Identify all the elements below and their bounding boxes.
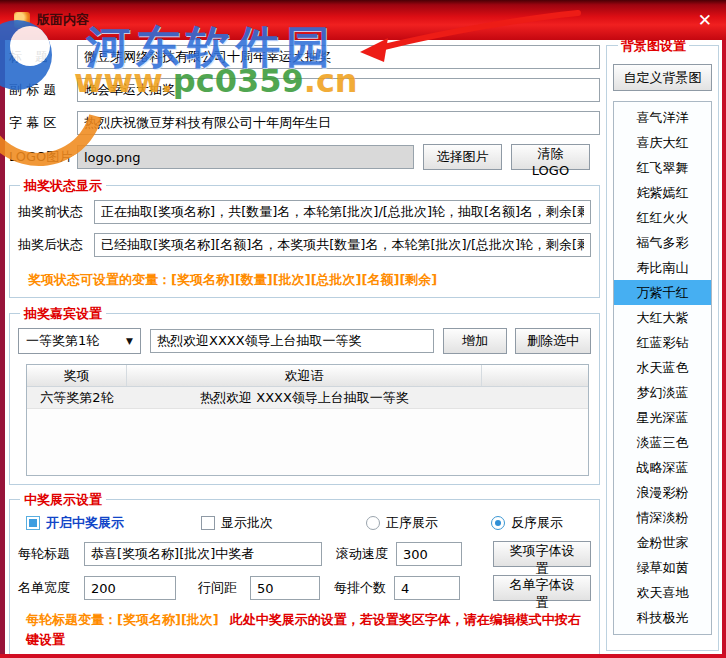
- subtitle-field-label: 副 标 题: [9, 81, 77, 99]
- checkbox-icon: [201, 516, 215, 530]
- before-status-input[interactable]: [94, 200, 591, 224]
- delete-selected-button[interactable]: 删除选中: [515, 328, 591, 354]
- welcome-message-input[interactable]: [150, 329, 434, 353]
- marquee-field-label: 字 幕 区: [9, 114, 77, 132]
- list-width-input[interactable]: [84, 576, 176, 600]
- status-group-title: 抽奖状态显示: [20, 177, 106, 195]
- bg-item[interactable]: 寿比南山: [614, 255, 711, 280]
- bg-item[interactable]: 星光深蓝: [614, 405, 711, 430]
- radio-icon: [366, 516, 380, 530]
- bg-item[interactable]: 战略深蓝: [614, 455, 711, 480]
- app-icon: [14, 12, 30, 28]
- descending-radio[interactable]: 反序展示: [491, 514, 563, 532]
- scroll-speed-label: 滚动速度: [336, 545, 396, 563]
- welcome-table[interactable]: 奖项 欢迎语 六等奖第2轮 热烈欢迎 XXXX领导上台抽取一等奖: [26, 364, 589, 476]
- bg-item[interactable]: 淡蓝三色: [614, 430, 711, 455]
- table-row[interactable]: 六等奖第2轮 热烈欢迎 XXXX领导上台抽取一等奖: [27, 387, 588, 409]
- enable-display-label: 开启中奖展示: [46, 514, 124, 532]
- round-select[interactable]: 一等奖第1轮 ▼: [18, 328, 141, 354]
- round-select-value: 一等奖第1轮: [26, 332, 99, 350]
- bg-item[interactable]: 欢天喜地: [614, 580, 711, 605]
- before-status-label: 抽奖前状态: [18, 203, 94, 221]
- bg-item[interactable]: 情深淡粉: [614, 505, 711, 530]
- checkbox-icon: [26, 516, 40, 530]
- line-spacing-label: 行间距: [198, 579, 250, 597]
- bg-item[interactable]: 红蓝彩钻: [614, 330, 711, 355]
- round-title-input[interactable]: [84, 542, 322, 566]
- enable-display-checkbox[interactable]: 开启中奖展示: [26, 514, 201, 532]
- per-row-input[interactable]: [394, 576, 460, 600]
- show-batch-checkbox[interactable]: 显示批次: [201, 514, 366, 532]
- display-group-title: 中奖展示设置: [20, 491, 106, 509]
- title-field-label: 标 题: [9, 48, 77, 66]
- after-status-label: 抽奖后状态: [18, 236, 94, 254]
- title-input[interactable]: [77, 45, 600, 69]
- prize-font-button[interactable]: 奖项字体设置: [493, 541, 591, 567]
- col-extra: [482, 365, 588, 386]
- background-panel: 背景图设置 自定义背景图 喜气洋洋 喜庆大红 红飞翠舞 姹紫嫣红 红红火火 福气…: [606, 45, 719, 651]
- bg-item[interactable]: 绿草如茵: [614, 555, 711, 580]
- round-title-variables-note: 每轮标题变量：[奖项名称][批次]: [26, 612, 219, 627]
- line-spacing-input[interactable]: [250, 576, 320, 600]
- bg-item[interactable]: 大红大紫: [614, 305, 711, 330]
- choose-image-button[interactable]: 选择图片: [423, 144, 502, 170]
- bg-item[interactable]: 浪漫彩粉: [614, 480, 711, 505]
- dialog-window: 版面内容 ✕ 标 题 副 标 题 字 幕 区 LOGO图片 选择图片 清除LOG…: [0, 0, 726, 658]
- status-group: 抽奖状态显示 抽奖前状态 抽奖后状态 奖项状态可设置的变量：[奖项名称][数量]…: [9, 185, 600, 298]
- window-border-right: [722, 40, 726, 658]
- after-status-input[interactable]: [94, 233, 591, 257]
- bg-item[interactable]: 金粉世家: [614, 530, 711, 555]
- welcome-table-header: 奖项 欢迎语: [27, 365, 588, 387]
- marquee-input[interactable]: [77, 111, 600, 135]
- bg-item[interactable]: 红飞翠舞: [614, 155, 711, 180]
- show-batch-label: 显示批次: [221, 514, 273, 532]
- radio-icon: [491, 516, 505, 530]
- row-prize: 六等奖第2轮: [27, 389, 127, 407]
- bg-item[interactable]: 姹紫嫣红: [614, 180, 711, 205]
- guest-group: 抽奖嘉宾设置 一等奖第1轮 ▼ 增加 删除选中 奖项 欢迎语 六等奖第2轮: [9, 313, 600, 485]
- window-border-bottom: [0, 654, 726, 658]
- col-prize: 奖项: [27, 365, 127, 386]
- display-group: 中奖展示设置 开启中奖展示 显示批次 正序展示 反序展示: [9, 499, 600, 656]
- clear-logo-button[interactable]: 清除LOGO: [511, 144, 590, 170]
- bg-item[interactable]: 科技极光: [614, 605, 711, 630]
- subtitle-input[interactable]: [77, 78, 600, 102]
- bg-item[interactable]: 福气多彩: [614, 230, 711, 255]
- list-font-button[interactable]: 名单字体设置: [493, 575, 591, 601]
- guest-group-title: 抽奖嘉宾设置: [20, 305, 106, 323]
- round-title-label: 每轮标题: [18, 545, 84, 563]
- per-row-label: 每排个数: [334, 579, 394, 597]
- window-title: 版面内容: [37, 11, 89, 29]
- background-list[interactable]: 喜气洋洋 喜庆大红 红飞翠舞 姹紫嫣红 红红火火 福气多彩 寿比南山 万紫千红 …: [613, 101, 712, 635]
- descending-label: 反序展示: [511, 514, 563, 532]
- add-button[interactable]: 增加: [443, 328, 507, 354]
- close-icon[interactable]: ✕: [698, 12, 712, 29]
- ascending-label: 正序展示: [386, 514, 438, 532]
- logo-field-label: LOGO图片: [9, 148, 77, 166]
- bg-item[interactable]: 喜庆大红: [614, 130, 711, 155]
- window-border-left: [0, 40, 5, 658]
- col-welcome: 欢迎语: [127, 365, 482, 386]
- main-panel: 标 题 副 标 题 字 幕 区 LOGO图片 选择图片 清除LOGO 抽奖状态显…: [9, 45, 600, 658]
- list-width-label: 名单宽度: [18, 579, 84, 597]
- bg-item[interactable]: 水天蓝色: [614, 355, 711, 380]
- bg-item[interactable]: 梦幻淡蓝: [614, 380, 711, 405]
- row-welcome: 热烈欢迎 XXXX领导上台抽取一等奖: [127, 389, 482, 407]
- status-variables-note: 奖项状态可设置的变量：[奖项名称][数量][批次][总批次][名额][剩余]: [28, 272, 437, 287]
- bg-item[interactable]: 喜气洋洋: [614, 105, 711, 130]
- ascending-radio[interactable]: 正序展示: [366, 514, 471, 532]
- scroll-speed-input[interactable]: [396, 542, 462, 566]
- title-bar: 版面内容 ✕: [0, 0, 726, 40]
- bg-item[interactable]: 红红火火: [614, 205, 711, 230]
- logo-path-input: [77, 145, 414, 169]
- custom-background-button[interactable]: 自定义背景图: [613, 64, 712, 91]
- bg-item-selected[interactable]: 万紫千红: [614, 280, 711, 305]
- chevron-down-icon: ▼: [126, 336, 133, 346]
